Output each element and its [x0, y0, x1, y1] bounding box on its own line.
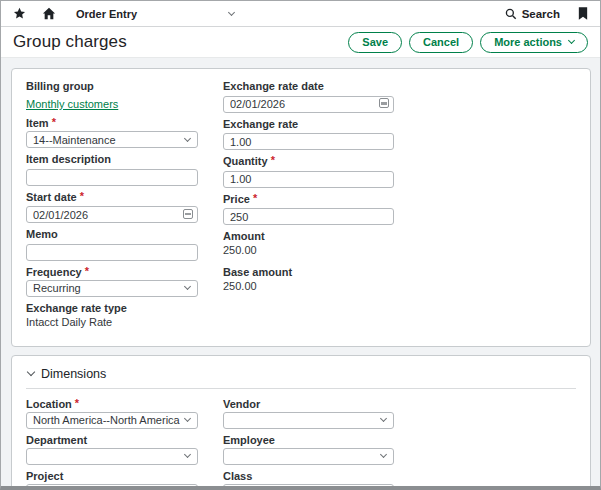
project-select[interactable] [26, 484, 198, 488]
quantity-input[interactable] [223, 171, 394, 188]
chevron-down-icon [380, 415, 387, 422]
header-actions: Save Cancel More actions [348, 32, 588, 53]
collapse-chevron-icon[interactable] [27, 367, 35, 375]
field-quantity: Quantity* [223, 155, 394, 188]
field-label: Department [26, 434, 198, 446]
field-vendor: Vendor [223, 398, 394, 429]
item-description-input[interactable] [26, 169, 198, 186]
module-selector[interactable]: Order Entry [76, 8, 234, 20]
field-label: Vendor [223, 398, 394, 410]
input-wrapper [223, 169, 394, 188]
class-select[interactable] [223, 484, 394, 488]
bookmark-icon[interactable] [578, 7, 588, 20]
field-label: Exchange rate [223, 118, 394, 130]
start-date-input[interactable] [26, 206, 198, 223]
input-wrapper [26, 205, 198, 224]
field-exchange-rate-date: Exchange rate date [223, 80, 394, 113]
cancel-button[interactable]: Cancel [409, 32, 473, 53]
field-exchange-rate: Exchange rate [223, 118, 394, 151]
input-wrapper [223, 207, 394, 226]
app-window: Order Entry Search Group charges Save Ca… [0, 0, 601, 490]
field-billing-group: Billing groupMonthly customers [26, 80, 198, 112]
required-asterisk: * [75, 398, 79, 408]
billing-group-link[interactable]: Monthly customers [26, 98, 118, 111]
field-department: Department [26, 434, 198, 465]
item-select[interactable]: 14--Maintenance [26, 131, 198, 148]
search-label: Search [522, 8, 560, 20]
exchange-rate-date-input[interactable] [223, 96, 394, 113]
search-button[interactable]: Search [505, 8, 560, 20]
topbar: Order Entry Search [1, 1, 600, 27]
main-form-card: Billing groupMonthly customersItem*14--M… [11, 68, 591, 347]
module-selector-label: Order Entry [76, 8, 137, 20]
form-column-left: Billing groupMonthly customersItem*14--M… [26, 80, 198, 338]
home-icon[interactable] [42, 7, 56, 20]
more-actions-label: More actions [494, 36, 562, 49]
chevron-down-icon [380, 451, 387, 458]
field-label: Exchange rate type [26, 302, 198, 314]
field-label: Item description [26, 153, 198, 165]
department-select[interactable] [26, 448, 198, 465]
input-wrapper [26, 167, 198, 186]
field-frequency: Frequency*Recurring [26, 266, 198, 297]
exchange-rate-type-value: Intacct Daily Rate [26, 316, 198, 329]
field-label: Memo [26, 228, 198, 240]
search-icon [505, 8, 517, 20]
field-label: Base amount [223, 266, 394, 278]
field-label: Quantity* [223, 155, 394, 167]
chevron-down-icon [228, 8, 235, 15]
required-asterisk: * [52, 117, 56, 127]
field-label: Start date* [26, 191, 198, 203]
chevron-down-icon [568, 37, 575, 44]
amount-value: 250.00 [223, 244, 394, 257]
calendar-icon[interactable] [183, 209, 193, 219]
dimensions-title: Dimensions [41, 367, 106, 381]
page-title: Group charges [13, 32, 127, 52]
field-item-description: Item description [26, 153, 198, 186]
field-class: Class [223, 470, 394, 488]
field-base-amount: Base amount250.00 [223, 266, 394, 293]
field-project: Project [26, 470, 198, 488]
required-asterisk: * [80, 191, 84, 201]
base-amount-value: 250.00 [223, 280, 394, 293]
calendar-icon[interactable] [379, 98, 389, 108]
content: Billing groupMonthly customersItem*14--M… [1, 58, 600, 487]
field-label: Item* [26, 117, 198, 129]
input-wrapper [223, 132, 394, 151]
chevron-down-icon [184, 134, 191, 141]
dimensions-grid: Location*North America--North AmericaVen… [26, 398, 576, 488]
field-price: Price* [223, 193, 394, 226]
price-input[interactable] [223, 208, 394, 225]
field-exchange-rate-type: Exchange rate typeIntacct Daily Rate [26, 302, 198, 329]
frequency-select[interactable]: Recurring [26, 280, 198, 297]
topbar-right: Search [505, 7, 588, 20]
field-label: Price* [223, 193, 394, 205]
field-label: Exchange rate date [223, 80, 394, 92]
dimensions-divider [26, 388, 576, 389]
field-employee: Employee [223, 434, 394, 465]
field-label: Project [26, 470, 198, 482]
employee-select[interactable] [223, 448, 394, 465]
memo-input[interactable] [26, 244, 198, 261]
vendor-select[interactable] [223, 412, 394, 429]
page-header: Group charges Save Cancel More actions [1, 27, 600, 58]
required-asterisk: * [85, 266, 89, 276]
field-label: Location* [26, 398, 198, 410]
save-button[interactable]: Save [348, 32, 402, 53]
exchange-rate-input[interactable] [223, 133, 394, 150]
location-select[interactable]: North America--North America [26, 412, 198, 429]
favorites-star-icon[interactable] [13, 7, 26, 20]
field-label: Billing group [26, 80, 198, 92]
input-wrapper [223, 94, 394, 113]
chevron-down-icon [184, 283, 191, 290]
required-asterisk: * [253, 193, 257, 203]
more-actions-button[interactable]: More actions [480, 32, 588, 53]
chevron-down-icon [184, 451, 191, 458]
field-item: Item*14--Maintenance [26, 117, 198, 148]
field-start-date: Start date* [26, 191, 198, 224]
dimensions-section-header: Dimensions [26, 365, 576, 381]
chevron-down-icon [184, 415, 191, 422]
field-label: Amount [223, 230, 394, 242]
input-wrapper [26, 242, 198, 261]
field-memo: Memo [26, 228, 198, 261]
